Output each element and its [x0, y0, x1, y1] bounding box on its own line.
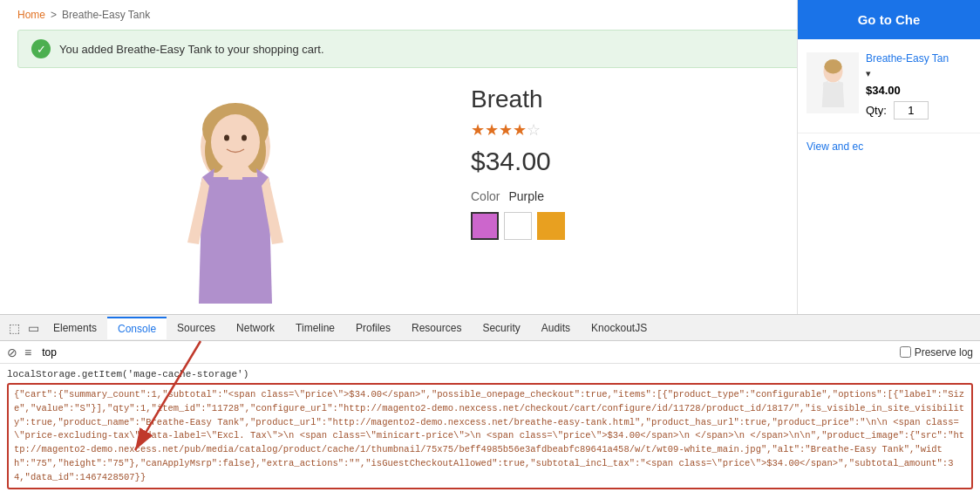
mobile-icon[interactable]: ▭ — [24, 318, 43, 338]
product-image-container — [17, 77, 453, 304]
cart-item-details: Breathe-Easy Tan ▾ $34.00 Qty: — [866, 52, 971, 120]
console-output: {"cart":{"summary_count":1,"subtotal":"<… — [7, 383, 973, 489]
svg-point-9 — [824, 59, 841, 74]
tab-security[interactable]: Security — [472, 318, 530, 338]
block-icon[interactable]: ⊘ — [7, 345, 17, 359]
view-edit-link[interactable]: View and ec — [798, 133, 980, 160]
svg-point-4 — [211, 114, 260, 170]
svg-rect-7 — [228, 167, 242, 180]
cart-qty-row: Qty: — [866, 101, 971, 120]
svg-point-5 — [224, 135, 229, 141]
stars-filled: ★★★★ — [471, 121, 527, 139]
tab-audits[interactable]: Audits — [531, 318, 581, 338]
cart-sidebar: Go to Che Breathe-Easy Tan ▾ $34.00 Qty: — [797, 0, 980, 314]
console-bar: ⊘ ≡ Preserve log — [0, 341, 980, 364]
filter-icon[interactable]: ≡ — [24, 345, 31, 359]
breadcrumb-current: Breathe-Easy Tank — [62, 9, 150, 21]
tab-profiles[interactable]: Profiles — [345, 318, 401, 338]
tab-network[interactable]: Network — [226, 318, 285, 338]
tab-knockoutjs[interactable]: KnockoutJS — [581, 318, 657, 338]
breadcrumb-separator: > — [51, 9, 57, 21]
cart-item-image — [806, 52, 859, 113]
qty-input[interactable] — [894, 101, 929, 120]
svg-point-6 — [242, 135, 247, 141]
console-filter-input[interactable] — [38, 345, 892, 360]
stars-empty: ☆ — [527, 121, 541, 139]
cart-item-thumbnail — [809, 55, 857, 112]
devtools-tabs: ⬚ ▭ Elements Console Sources Network Tim… — [0, 315, 980, 341]
cart-item-name[interactable]: Breathe-Easy Tan — [866, 52, 971, 65]
devtools-panel: ⬚ ▭ Elements Console Sources Network Tim… — [0, 314, 980, 499]
breadcrumb-home[interactable]: Home — [17, 9, 45, 21]
swatch-yellow[interactable] — [537, 212, 565, 240]
tab-elements[interactable]: Elements — [43, 318, 107, 338]
product-page: Home > Breathe-Easy Tank ✓ You added Bre… — [0, 0, 980, 314]
success-icon: ✓ — [31, 39, 51, 58]
cart-item: Breathe-Easy Tan ▾ $34.00 Qty: — [798, 39, 980, 133]
preserve-log-checkbox[interactable] — [900, 346, 911, 358]
success-message: You added Breathe-Easy Tank to your shop… — [59, 43, 324, 56]
tab-sources[interactable]: Sources — [167, 318, 226, 338]
cart-item-price: $34.00 — [866, 84, 971, 97]
color-label: Color — [471, 189, 500, 203]
cart-item-toggle[interactable]: ▾ — [866, 68, 971, 79]
checkout-button[interactable]: Go to Che — [798, 0, 980, 39]
tab-resources[interactable]: Resources — [401, 318, 472, 338]
preserve-log-label[interactable]: Preserve log — [900, 346, 973, 359]
devtools-content: localStorage.getItem('mage-cache-storage… — [0, 364, 980, 499]
console-command: localStorage.getItem('mage-cache-storage… — [7, 369, 973, 379]
swatch-white[interactable] — [504, 212, 532, 240]
cursor-icon[interactable]: ⬚ — [4, 318, 24, 338]
product-image — [122, 77, 349, 304]
tab-console[interactable]: Console — [107, 317, 167, 339]
color-value: Purple — [508, 189, 543, 203]
tab-timeline[interactable]: Timeline — [285, 318, 345, 338]
preserve-log-text: Preserve log — [915, 346, 973, 359]
qty-label: Qty: — [866, 104, 887, 117]
swatch-purple[interactable] — [471, 212, 499, 240]
